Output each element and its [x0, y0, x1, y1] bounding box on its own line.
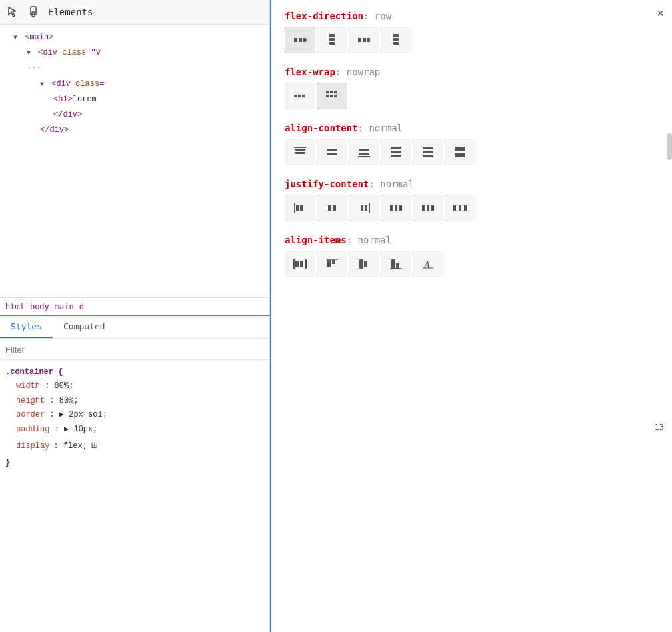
flex-wrap-wrap-btn[interactable]	[317, 83, 347, 109]
align-items-label: align-items: normal	[285, 235, 659, 245]
align-content-label: align-content: normal	[285, 123, 659, 133]
justify-content-start-btn[interactable]	[285, 195, 315, 221]
css-border: border : ▶ 2px sol:	[5, 408, 264, 423]
justify-content-space-around-btn[interactable]	[413, 195, 443, 221]
svg-rect-50	[395, 205, 397, 211]
svg-rect-63	[327, 260, 331, 267]
tree-h1[interactable]: <h1>lorem	[0, 92, 269, 107]
justify-content-prop-name: justify-content	[285, 179, 369, 189]
close-button[interactable]: ✕	[657, 5, 664, 19]
css-rules: .container { width : 80%; height : 80%; …	[0, 360, 269, 633]
align-items-end-btn[interactable]	[381, 251, 411, 277]
align-content-space-around-btn[interactable]	[413, 139, 443, 165]
svg-text:A: A	[423, 260, 430, 270]
justify-content-section: justify-content: normal	[285, 179, 659, 221]
svg-rect-4	[299, 38, 302, 42]
svg-rect-39	[455, 147, 465, 151]
css-selector-line: .container {	[5, 365, 264, 380]
css-prop-padding: padding	[16, 425, 49, 434]
justify-content-space-evenly-btn[interactable]	[445, 195, 475, 221]
css-width: width : 80%;	[5, 379, 264, 394]
filter-row	[0, 339, 269, 360]
css-display: display : flex; ⊞	[5, 437, 264, 456]
svg-rect-3	[294, 38, 297, 42]
tree-main[interactable]: ▼ <main>	[0, 30, 269, 45]
breadcrumb-html[interactable]: html	[5, 302, 27, 311]
align-items-stretch-btn[interactable]	[285, 251, 315, 277]
svg-rect-54	[431, 205, 434, 211]
svg-rect-24	[334, 95, 337, 97]
svg-rect-27	[295, 152, 305, 154]
align-items-center-btn[interactable]	[349, 251, 379, 277]
svg-rect-28	[327, 149, 337, 151]
breadcrumb-d[interactable]: d	[79, 302, 84, 311]
svg-rect-30	[359, 149, 369, 151]
toolbar: Elements	[0, 0, 269, 25]
svg-rect-66	[364, 261, 367, 267]
flex-wrap-section: flex-wrap: nowrap	[285, 67, 659, 109]
align-content-start-btn[interactable]	[285, 139, 315, 165]
svg-rect-11	[363, 38, 366, 42]
flex-wrap-nowrap-btn[interactable]	[285, 83, 315, 109]
flex-direction-prop-name: flex-direction	[285, 11, 363, 21]
justify-content-space-between-btn[interactable]	[381, 195, 411, 221]
svg-rect-61	[300, 261, 303, 267]
svg-rect-0	[31, 7, 36, 15]
styles-tabs: Styles Computed	[0, 316, 269, 339]
flex-direction-column-btn[interactable]	[317, 27, 347, 53]
svg-rect-9	[329, 42, 335, 45]
svg-rect-55	[453, 205, 456, 211]
align-items-start-btn[interactable]	[317, 251, 347, 277]
svg-rect-40	[455, 153, 465, 157]
svg-rect-35	[391, 155, 401, 157]
flex-direction-row-btn[interactable]	[285, 27, 315, 53]
align-content-end-btn[interactable]	[349, 139, 379, 165]
svg-rect-34	[391, 151, 401, 153]
panel-title: Elements	[48, 7, 93, 17]
css-prop-height: height	[16, 396, 45, 405]
flex-wrap-prop-name: flex-wrap	[285, 67, 335, 77]
css-prop-border: border	[16, 410, 45, 419]
breadcrumb: html body main d	[0, 297, 269, 316]
devtools-panel: Elements ▼ <main> ▼ <div class="v ··· ▼ …	[0, 0, 672, 632]
filter-input[interactable]	[5, 345, 264, 355]
align-content-space-between-btn[interactable]	[381, 139, 411, 165]
breadcrumb-main[interactable]: main	[55, 302, 77, 311]
svg-rect-38	[423, 155, 433, 157]
tree-div-1[interactable]: ▼ <div class="v	[0, 45, 269, 61]
tab-styles[interactable]: Styles	[0, 316, 53, 338]
align-items-baseline-btn[interactable]: A	[413, 251, 443, 277]
inspect-icon[interactable]	[5, 4, 21, 20]
tab-computed[interactable]: Computed	[53, 316, 116, 338]
flex-wrap-label: flex-wrap: nowrap	[285, 67, 659, 77]
html-tree: ▼ <main> ▼ <div class="v ··· ▼ <div clas…	[0, 25, 269, 297]
svg-rect-21	[334, 91, 337, 93]
svg-rect-19	[326, 91, 329, 93]
svg-rect-45	[333, 205, 336, 211]
tree-div-close-1[interactable]: </div>	[0, 107, 269, 123]
svg-rect-20	[330, 91, 333, 93]
flex-direction-row-reverse-btn[interactable]	[349, 27, 379, 53]
scroll-indicator[interactable]	[667, 133, 672, 160]
align-items-buttons: A	[285, 251, 659, 277]
svg-rect-51	[399, 205, 402, 211]
svg-rect-15	[393, 42, 399, 45]
justify-content-center-btn[interactable]	[317, 195, 347, 221]
justify-content-end-btn[interactable]	[349, 195, 379, 221]
align-content-center-btn[interactable]	[317, 139, 347, 165]
svg-rect-52	[422, 205, 425, 211]
breadcrumb-body[interactable]: body	[30, 302, 52, 311]
page-number: 13	[655, 423, 664, 432]
tree-div-close-2[interactable]: </div>	[0, 123, 269, 138]
flex-grid-icon[interactable]: ⊞	[91, 437, 98, 456]
align-content-stretch-btn[interactable]	[445, 139, 475, 165]
svg-rect-17	[298, 95, 301, 97]
css-close: }	[5, 456, 264, 471]
device-icon[interactable]	[27, 4, 43, 20]
flex-inspector-panel: ✕ flex-direction: row	[270, 0, 672, 632]
flex-direction-col-reverse-btn[interactable]	[381, 27, 411, 53]
svg-rect-46	[361, 205, 363, 211]
svg-rect-14	[393, 38, 399, 41]
tree-ellipsis: ···	[0, 61, 269, 76]
tree-div-2[interactable]: ▼ <div class=	[0, 77, 269, 92]
